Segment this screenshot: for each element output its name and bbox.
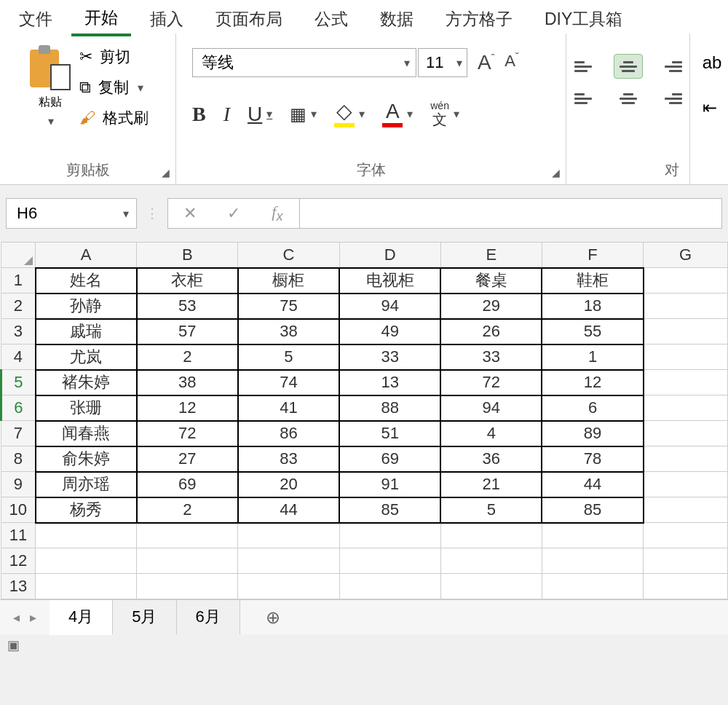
name-box[interactable]: H6 ▾ [6, 198, 137, 229]
cell-C13[interactable] [238, 574, 339, 599]
cell-A5[interactable]: 褚朱婷 [36, 370, 137, 395]
cell-F6[interactable]: 6 [542, 395, 643, 421]
cell-F2[interactable]: 18 [542, 294, 643, 319]
add-sheet-button[interactable]: ⊕ [258, 607, 288, 628]
cell-A4[interactable]: 尤岚 [36, 344, 137, 370]
cell-G11[interactable] [644, 523, 728, 548]
cell-C12[interactable] [238, 548, 339, 574]
cell-A12[interactable] [36, 548, 137, 574]
cell-B2[interactable]: 53 [137, 294, 238, 319]
sheet-tab-6月[interactable]: 6月 [177, 600, 240, 634]
cell-E12[interactable] [440, 548, 542, 574]
cell-C7[interactable]: 86 [238, 421, 339, 446]
cell-D5[interactable]: 13 [339, 370, 440, 395]
column-header-F[interactable]: F [542, 243, 643, 268]
cell-B5[interactable]: 38 [137, 370, 238, 395]
cell-E11[interactable] [440, 523, 542, 548]
cell-F1[interactable]: 鞋柜 [542, 268, 643, 294]
cut-button[interactable]: ✂ 剪切 [79, 47, 149, 67]
tab-nav-last[interactable]: ▸ [30, 610, 36, 626]
menu-item-4[interactable]: 公式 [301, 4, 361, 35]
cell-B12[interactable] [137, 548, 238, 574]
cell-C9[interactable]: 20 [238, 472, 339, 497]
cell-C11[interactable] [238, 523, 339, 548]
cell-F10[interactable]: 85 [542, 497, 643, 523]
cell-C8[interactable]: 83 [238, 446, 339, 472]
column-header-D[interactable]: D [339, 243, 440, 268]
wrap-text-button[interactable]: ab [703, 52, 722, 73]
sheet-tab-4月[interactable]: 4月 [50, 600, 113, 635]
cell-E10[interactable]: 5 [440, 497, 542, 523]
cell-C1[interactable]: 橱柜 [238, 268, 339, 294]
paste-button[interactable]: 粘贴 ▾ [27, 38, 75, 128]
menu-item-2[interactable]: 插入 [137, 4, 197, 35]
cell-F5[interactable]: 12 [542, 370, 643, 395]
cell-D8[interactable]: 69 [339, 446, 440, 472]
cell-E6[interactable]: 94 [440, 395, 542, 421]
cell-E4[interactable]: 33 [440, 344, 542, 370]
cell-G3[interactable] [644, 319, 728, 344]
cell-C5[interactable]: 74 [238, 370, 339, 395]
column-header-B[interactable]: B [137, 243, 238, 268]
align-button-2[interactable] [653, 54, 682, 79]
format-painter-button[interactable]: 🖌 格式刷 [79, 108, 149, 128]
cell-F12[interactable] [542, 548, 643, 574]
align-button-4[interactable] [614, 86, 643, 111]
bold-button[interactable]: B [192, 103, 206, 126]
cell-A3[interactable]: 戚瑞 [36, 319, 137, 344]
tab-nav-first[interactable]: ◂ [13, 610, 20, 626]
menu-item-3[interactable]: 页面布局 [202, 4, 296, 35]
cell-C3[interactable]: 38 [238, 319, 339, 344]
cell-G2[interactable] [644, 294, 728, 319]
chevron-down-icon[interactable]: ▾ [138, 81, 143, 95]
row-header-3[interactable]: 3 [1, 319, 36, 344]
cell-A7[interactable]: 闻春燕 [36, 421, 137, 446]
cell-B3[interactable]: 57 [137, 319, 238, 344]
sheet-tab-5月[interactable]: 5月 [113, 600, 176, 634]
row-header-4[interactable]: 4 [1, 344, 36, 370]
cell-G4[interactable] [644, 344, 728, 370]
cell-D12[interactable] [339, 548, 440, 574]
pinyin-guide-button[interactable]: wén文 ▾ [430, 101, 459, 127]
cell-A13[interactable] [36, 574, 137, 599]
cell-E9[interactable]: 21 [440, 472, 542, 497]
fill-color-button[interactable]: ◇ ▾ [334, 101, 365, 127]
row-header-7[interactable]: 7 [1, 421, 36, 446]
cell-F9[interactable]: 44 [542, 472, 643, 497]
cell-F8[interactable]: 78 [542, 446, 643, 472]
cell-B13[interactable] [137, 574, 238, 599]
confirm-formula-button[interactable]: ✓ [212, 204, 256, 223]
cell-E7[interactable]: 4 [440, 421, 542, 446]
cell-D11[interactable] [339, 523, 440, 548]
align-button-3[interactable] [574, 86, 604, 111]
row-header-12[interactable]: 12 [1, 548, 36, 574]
row-header-10[interactable]: 10 [1, 497, 36, 523]
cell-D4[interactable]: 33 [339, 344, 440, 370]
cell-B7[interactable]: 72 [137, 421, 238, 446]
cell-F3[interactable]: 55 [542, 319, 643, 344]
cell-A11[interactable] [36, 523, 137, 548]
row-header-11[interactable]: 11 [1, 523, 36, 548]
cell-G7[interactable] [644, 421, 728, 446]
cell-B9[interactable]: 69 [137, 472, 238, 497]
cell-E2[interactable]: 29 [440, 294, 542, 319]
cell-F4[interactable]: 1 [542, 344, 643, 370]
dialog-launcher-icon[interactable]: ◢ [552, 167, 560, 178]
cell-A8[interactable]: 俞朱婷 [36, 446, 137, 472]
cell-C4[interactable]: 5 [238, 344, 339, 370]
cell-E8[interactable]: 36 [440, 446, 542, 472]
cell-A2[interactable]: 孙静 [36, 294, 137, 319]
menu-item-7[interactable]: DIY工具箱 [531, 4, 636, 35]
cell-D2[interactable]: 94 [339, 294, 440, 319]
cell-A6[interactable]: 张珊 [36, 395, 137, 421]
grow-font-button[interactable]: Aˆ [478, 51, 494, 74]
cell-G1[interactable] [644, 268, 728, 294]
cell-G9[interactable] [644, 472, 728, 497]
cell-D10[interactable]: 85 [339, 497, 440, 523]
font-color-button[interactable]: A ▾ [382, 101, 413, 127]
column-header-G[interactable]: G [644, 243, 728, 268]
underline-button[interactable]: U▾ [248, 103, 272, 126]
cancel-formula-button[interactable]: ✕ [168, 204, 212, 223]
cell-E5[interactable]: 72 [440, 370, 542, 395]
dialog-launcher-icon[interactable]: ◢ [162, 167, 170, 178]
